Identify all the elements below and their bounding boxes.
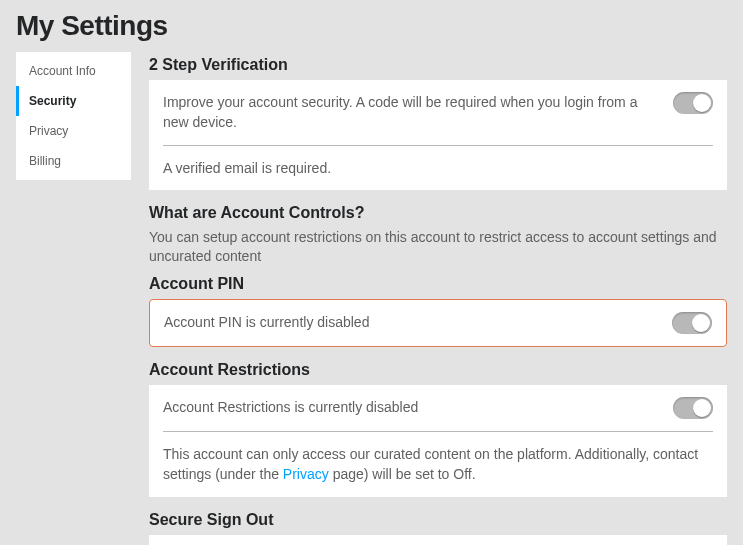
account-restrictions-note: This account can only access our curated…: [163, 444, 713, 485]
sidebar-item-privacy[interactable]: Privacy: [16, 116, 131, 146]
secure-sign-out-panel: Sign out of all other sessions Sign out: [149, 535, 727, 545]
sidebar-item-label: Billing: [29, 154, 61, 168]
account-restrictions-panel: Account Restrictions is currently disabl…: [149, 385, 727, 497]
two-step-desc: Improve your account security. A code wi…: [163, 92, 659, 133]
divider: [163, 431, 713, 432]
two-step-note: A verified email is required.: [163, 158, 713, 178]
two-step-panel: Improve your account security. A code wi…: [149, 80, 727, 190]
sidebar-item-label: Account Info: [29, 64, 96, 78]
page-title: My Settings: [0, 0, 743, 48]
secure-sign-out-heading: Secure Sign Out: [149, 511, 727, 529]
sidebar-item-account-info[interactable]: Account Info: [16, 56, 131, 86]
two-step-heading: 2 Step Verification: [149, 56, 727, 74]
account-pin-toggle[interactable]: [672, 312, 712, 334]
account-pin-heading: Account PIN: [149, 275, 727, 293]
sidebar-item-label: Privacy: [29, 124, 68, 138]
divider: [163, 145, 713, 146]
account-pin-panel: Account PIN is currently disabled: [149, 299, 727, 347]
privacy-link[interactable]: Privacy: [283, 466, 329, 482]
sidebar-item-billing[interactable]: Billing: [16, 146, 131, 176]
settings-sidebar: Account Info Security Privacy Billing: [16, 52, 131, 180]
account-pin-status: Account PIN is currently disabled: [164, 312, 658, 332]
sidebar-item-label: Security: [29, 94, 76, 108]
two-step-toggle[interactable]: [673, 92, 713, 114]
sidebar-item-security[interactable]: Security: [16, 86, 131, 116]
note-after: page) will be set to Off.: [329, 466, 476, 482]
account-controls-desc: You can setup account restrictions on th…: [149, 228, 727, 267]
account-restrictions-toggle[interactable]: [673, 397, 713, 419]
settings-content: 2 Step Verification Improve your account…: [131, 48, 743, 545]
account-controls-heading: What are Account Controls?: [149, 204, 727, 222]
account-restrictions-status: Account Restrictions is currently disabl…: [163, 397, 659, 417]
account-restrictions-heading: Account Restrictions: [149, 361, 727, 379]
